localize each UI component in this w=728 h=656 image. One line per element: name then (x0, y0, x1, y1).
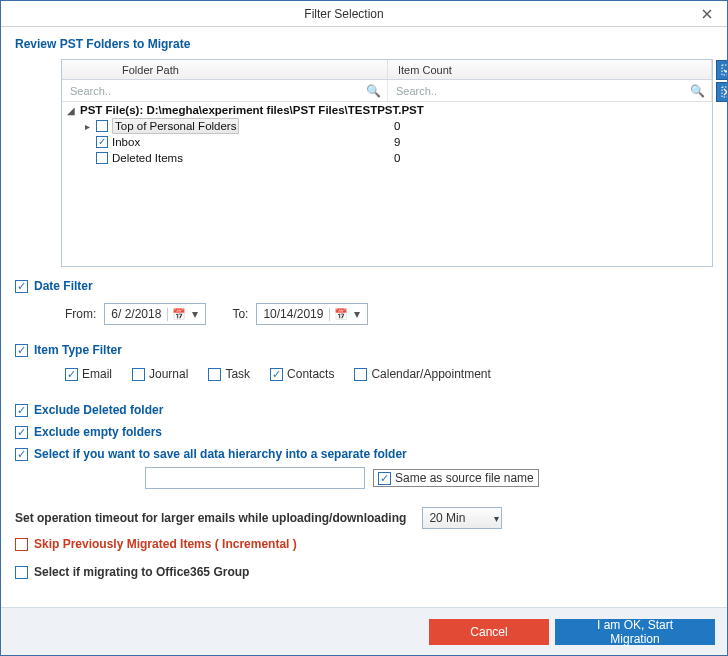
search-folder-input[interactable] (68, 84, 381, 98)
calendar-icon[interactable]: 📅 (167, 308, 183, 321)
tree-root-label: PST File(s): D:\megha\experiment files\P… (80, 104, 424, 116)
dialog-window: Filter Selection Review PST Folders to M… (0, 0, 728, 656)
folder-tree-panel: Folder Path Item Count 🔍 🔍 ◢ PST File( (61, 59, 713, 267)
exclude-empty-checkbox[interactable] (15, 426, 28, 439)
item-type-checkbox[interactable] (270, 368, 283, 381)
search-count-cell: 🔍 (388, 80, 712, 101)
from-date-input[interactable]: 6/ 2/2018 📅 ▾ (104, 303, 206, 325)
same-as-source-checkbox[interactable] (378, 472, 391, 485)
date-filter-label: Date Filter (34, 279, 93, 293)
skip-migrated-row: Skip Previously Migrated Items ( Increme… (15, 537, 713, 551)
item-type-checkbox[interactable] (132, 368, 145, 381)
item-type-option[interactable]: Email (65, 367, 112, 381)
timeout-label: Set operation timeout for larger emails … (15, 511, 406, 525)
folder-checkbox[interactable] (96, 136, 108, 148)
chevron-down-icon[interactable]: ▾ (189, 307, 201, 321)
item-type-option[interactable]: Contacts (270, 367, 334, 381)
from-date-value: 6/ 2/2018 (111, 307, 161, 321)
item-type-options-row: EmailJournalTaskContactsCalendar/Appoint… (65, 367, 713, 381)
same-as-source-checkbox-wrap[interactable]: Same as source file name (373, 469, 539, 487)
tree-row[interactable]: Inbox9 (62, 134, 712, 150)
folder-label: Inbox (112, 136, 140, 148)
chevron-down-icon: ▾ (494, 513, 499, 524)
tree-side-buttons (716, 60, 727, 102)
timeout-select[interactable]: 20 Min ▾ (422, 507, 502, 529)
search-icon[interactable]: 🔍 (366, 84, 381, 98)
separate-folder-input-row: Same as source file name (145, 467, 713, 489)
exclude-empty-label: Exclude empty folders (34, 425, 162, 439)
o365-group-checkbox[interactable] (15, 566, 28, 579)
to-date-value: 10/14/2019 (263, 307, 323, 321)
item-type-checkbox[interactable] (15, 344, 28, 357)
expander-icon[interactable]: ◢ (66, 105, 76, 116)
item-type-option-label: Journal (149, 367, 188, 381)
tree-root-row[interactable]: ◢ PST File(s): D:\megha\experiment files… (62, 102, 712, 118)
header-folder-path[interactable]: Folder Path (62, 60, 388, 79)
chevron-down-icon[interactable]: ▾ (351, 307, 363, 321)
content-area: Review PST Folders to Migrate Folder Pat… (1, 27, 727, 607)
item-count: 0 (388, 120, 712, 132)
item-type-checkbox[interactable] (65, 368, 78, 381)
to-date-input[interactable]: 10/14/2019 📅 ▾ (256, 303, 368, 325)
item-type-checkbox[interactable] (354, 368, 367, 381)
tree-header-row: Folder Path Item Count (62, 60, 712, 80)
item-type-label: Item Type Filter (34, 343, 122, 357)
item-count: 0 (388, 152, 712, 164)
item-type-option[interactable]: Journal (132, 367, 188, 381)
timeout-row: Set operation timeout for larger emails … (15, 507, 713, 529)
tree-row[interactable]: Deleted Items0 (62, 150, 712, 166)
cancel-button[interactable]: Cancel (429, 619, 549, 645)
date-filter-row: Date Filter (15, 279, 713, 293)
item-type-option-label: Email (82, 367, 112, 381)
exclude-empty-row: Exclude empty folders (15, 425, 713, 439)
exclude-deleted-checkbox[interactable] (15, 404, 28, 417)
o365-group-row: Select if migrating to Office365 Group (15, 565, 713, 579)
exclude-deleted-row: Exclude Deleted folder (15, 403, 713, 417)
tree-row[interactable]: ▸Top of Personal Folders0 (62, 118, 712, 134)
close-button[interactable] (687, 1, 727, 26)
skip-migrated-label: Skip Previously Migrated Items ( Increme… (34, 537, 297, 551)
item-type-row: Item Type Filter (15, 343, 713, 357)
tree-search-row: 🔍 🔍 (62, 80, 712, 102)
separate-folder-name-input[interactable] (145, 467, 365, 489)
header-item-count[interactable]: Item Count (388, 60, 712, 79)
expander-icon[interactable]: ▸ (82, 121, 92, 132)
o365-group-label: Select if migrating to Office365 Group (34, 565, 249, 579)
select-all-icon (721, 64, 727, 76)
review-label: Review PST Folders to Migrate (15, 37, 713, 51)
from-label: From: (65, 307, 96, 321)
folder-checkbox[interactable] (96, 152, 108, 164)
item-type-option[interactable]: Task (208, 367, 250, 381)
item-type-option[interactable]: Calendar/Appointment (354, 367, 490, 381)
select-all-button[interactable] (716, 60, 727, 80)
item-type-checkbox[interactable] (208, 368, 221, 381)
to-label: To: (232, 307, 248, 321)
separate-folder-row: Select if you want to save all data hier… (15, 447, 713, 461)
item-type-option-label: Contacts (287, 367, 334, 381)
skip-migrated-checkbox[interactable] (15, 538, 28, 551)
separate-folder-checkbox[interactable] (15, 448, 28, 461)
timeout-value: 20 Min (429, 511, 465, 525)
folder-label: Deleted Items (112, 152, 183, 164)
date-range-row: From: 6/ 2/2018 📅 ▾ To: 10/14/2019 📅 ▾ (65, 303, 713, 325)
titlebar: Filter Selection (1, 1, 727, 27)
item-type-option-label: Task (225, 367, 250, 381)
exclude-deleted-label: Exclude Deleted folder (34, 403, 163, 417)
date-filter-checkbox[interactable] (15, 280, 28, 293)
item-count: 9 (388, 136, 712, 148)
item-type-option-label: Calendar/Appointment (371, 367, 490, 381)
same-as-source-label: Same as source file name (395, 471, 534, 485)
button-bar: Cancel I am OK, Start Migration (1, 607, 727, 655)
calendar-icon[interactable]: 📅 (329, 308, 345, 321)
search-icon[interactable]: 🔍 (690, 84, 705, 98)
close-icon (702, 9, 712, 19)
deselect-all-button[interactable] (716, 82, 727, 102)
deselect-all-icon (721, 86, 727, 98)
start-migration-button[interactable]: I am OK, Start Migration (555, 619, 715, 645)
window-title: Filter Selection (1, 7, 687, 21)
folder-checkbox[interactable] (96, 120, 108, 132)
separate-folder-label: Select if you want to save all data hier… (34, 447, 407, 461)
tree-body: ◢ PST File(s): D:\megha\experiment files… (62, 102, 712, 166)
search-count-input[interactable] (394, 84, 705, 98)
folder-label: Top of Personal Folders (115, 120, 236, 132)
